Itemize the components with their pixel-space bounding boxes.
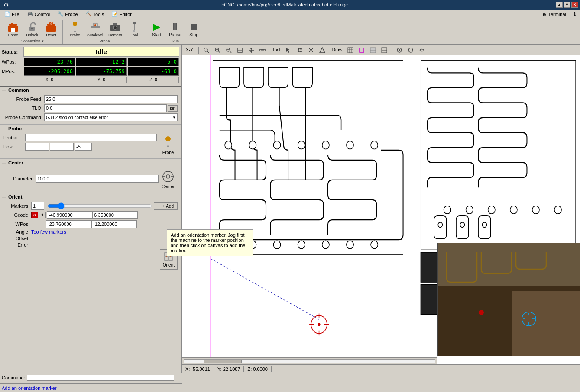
- gcode-x-input[interactable]: [47, 211, 92, 219]
- markers-number-input[interactable]: [31, 202, 44, 210]
- tool-dim-button[interactable]: [317, 46, 327, 54]
- unlock-button[interactable]: Unlock: [23, 20, 41, 38]
- probe-feed-row: Probe Feed:: [3, 95, 178, 103]
- probe-action-button[interactable]: Probe: [159, 134, 178, 157]
- add-marker-button[interactable]: + + Add: [154, 202, 178, 210]
- tool-button[interactable]: Tool: [126, 20, 143, 38]
- file-icon: 📄: [4, 11, 10, 17]
- pos-input-1[interactable]: [25, 143, 49, 151]
- home-icon: [7, 21, 19, 33]
- menu-terminal[interactable]: 🖥 Terminal: [538, 11, 570, 18]
- pcb-canvas[interactable]: [182, 55, 580, 364]
- wpos-y-input[interactable]: [91, 220, 137, 228]
- draw-more-3[interactable]: [417, 46, 427, 54]
- z-zero-button[interactable]: Z=0: [128, 77, 179, 83]
- window-title: bCNC: /home/bnv/prg/elec/LedMatrix/ledma…: [13, 2, 556, 7]
- connection-label: Connection ▾: [20, 39, 43, 43]
- canvas-toolbar: X-Y Tool:: [182, 45, 580, 55]
- reset-button[interactable]: ↺ Reset: [42, 20, 60, 38]
- x-zero-button[interactable]: X=0: [24, 77, 75, 83]
- menu-probe[interactable]: 🔧 Probe: [54, 10, 81, 18]
- diameter-input[interactable]: [36, 175, 159, 183]
- start-button[interactable]: ▶ Start: [149, 20, 164, 38]
- common-section-header: Common: [0, 86, 181, 93]
- menu-control[interactable]: 🎮 Control: [24, 10, 53, 18]
- draw-camera-button[interactable]: [394, 46, 405, 54]
- pause-button[interactable]: ⏸ Pause: [166, 20, 184, 38]
- draw-axes-button[interactable]: [356, 46, 367, 54]
- delete-gcode-button[interactable]: ✕: [31, 212, 38, 218]
- minimize-btn[interactable]: ▲: [556, 2, 563, 8]
- command-input[interactable]: [27, 375, 174, 381]
- probe-cmd-dropdown[interactable]: G38.2 stop on contact else error ▼: [44, 113, 178, 121]
- probe-toolbar-button[interactable]: Probe: [66, 20, 84, 38]
- zoom-fit-button[interactable]: [201, 46, 211, 54]
- svg-point-85: [322, 141, 329, 149]
- tool-label-canvas: Tool:: [272, 48, 282, 52]
- restore-btn[interactable]: ▼: [564, 2, 570, 8]
- pan-button[interactable]: [246, 46, 256, 54]
- error-row: Error:: [3, 242, 178, 247]
- horizontal-scrollbar[interactable]: [182, 357, 437, 364]
- draw-grid-button[interactable]: [345, 46, 356, 54]
- autolevel-button[interactable]: Autolevel: [85, 20, 105, 38]
- svg-point-15: [94, 24, 96, 26]
- svg-line-43: [218, 51, 220, 53]
- draw-color-button[interactable]: [368, 46, 378, 54]
- offset-label: Offset:: [3, 236, 29, 241]
- wpos-x-input[interactable]: [46, 220, 91, 228]
- run-section-label: Run: [172, 39, 179, 43]
- tool-cut-button[interactable]: [306, 46, 316, 54]
- svg-rect-64: [348, 48, 353, 53]
- probe-cmd-row: Probe Command: G38.2 stop on contact els…: [3, 113, 178, 121]
- zoom-box-button[interactable]: [235, 46, 245, 54]
- svg-point-98: [488, 206, 495, 214]
- terminal-icon: 🖥: [542, 12, 547, 17]
- markers-slider[interactable]: [48, 202, 152, 210]
- draw-more-1[interactable]: [379, 46, 389, 54]
- orient-section-header: Orient: [0, 193, 181, 200]
- mpos-row: MPos: -206.206 -75.759 -68.0: [2, 67, 179, 76]
- pos-input-3[interactable]: [75, 143, 92, 151]
- tlo-row: TLO: set: [3, 104, 178, 112]
- zoom-out-button[interactable]: [224, 46, 234, 54]
- stop-button[interactable]: ⏹ Stop: [187, 20, 201, 38]
- tool-node-button[interactable]: [295, 46, 305, 54]
- pos-row: Pos:: [3, 143, 159, 151]
- svg-line-39: [207, 51, 209, 53]
- svg-point-118: [479, 310, 484, 315]
- svg-point-104: [482, 222, 486, 228]
- menu-editor[interactable]: 📝 Editor: [108, 10, 135, 18]
- svg-point-81: [225, 141, 232, 149]
- gcode-row: Gcode: ✕ ⬆: [3, 211, 178, 219]
- camera-overlay: [437, 243, 580, 356]
- canvas-area[interactable]: X-Y Tool:: [182, 45, 580, 373]
- wpos-orient-row: WPos:: [3, 220, 178, 228]
- scrollbar-thumb-h[interactable]: [204, 360, 242, 363]
- center-action-button[interactable]: Center: [159, 168, 178, 191]
- pos-input-2[interactable]: [50, 143, 74, 151]
- draw-label-canvas: Draw:: [332, 48, 343, 52]
- status-bottom-text[interactable]: Add an orientation marker: [2, 386, 57, 391]
- probe-value-input[interactable]: [25, 134, 157, 141]
- menu-tools[interactable]: 🔨 Tools: [82, 10, 108, 18]
- menu-info[interactable]: ℹ: [570, 10, 579, 18]
- mpos-y: -75.759: [76, 67, 127, 76]
- tlo-set-button[interactable]: set: [168, 105, 178, 112]
- home-button[interactable]: Home: [4, 20, 22, 38]
- window-controls[interactable]: ▲ ▼ ✕: [556, 2, 578, 8]
- draw-more-2[interactable]: [405, 46, 416, 54]
- camera-button[interactable]: Camera: [107, 20, 124, 38]
- gcode-move-button[interactable]: ⬆: [39, 212, 46, 218]
- svg-point-86: [347, 141, 353, 149]
- tool-select-button[interactable]: [283, 46, 294, 54]
- gcode-y-input[interactable]: [92, 211, 138, 219]
- close-btn[interactable]: ✕: [571, 2, 578, 8]
- ruler-button[interactable]: [257, 46, 268, 54]
- probe-feed-input[interactable]: [44, 95, 178, 103]
- tlo-input[interactable]: [44, 104, 167, 112]
- zoom-in-button[interactable]: [212, 46, 223, 54]
- menu-file[interactable]: 📄 File: [1, 10, 23, 18]
- y-zero-button[interactable]: Y=0: [76, 77, 127, 83]
- plus-icon: +: [158, 204, 160, 209]
